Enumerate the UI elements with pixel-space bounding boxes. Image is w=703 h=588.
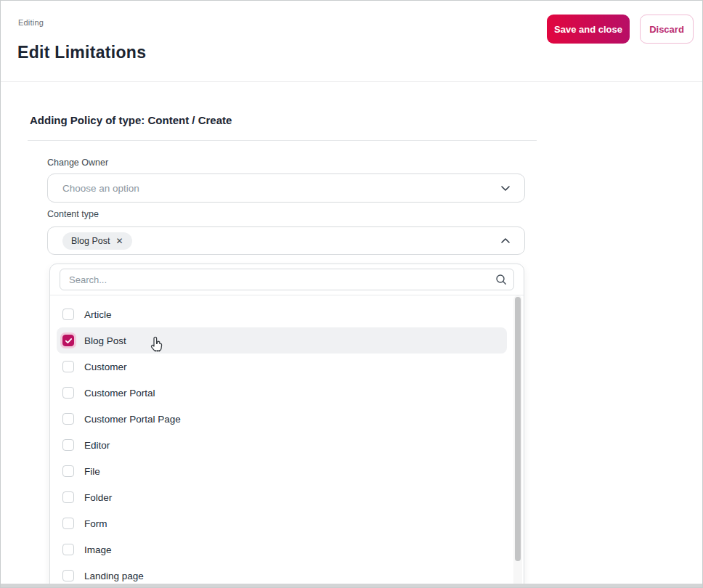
list-item[interactable]: File: [57, 458, 507, 484]
chevron-down-icon: [500, 182, 511, 194]
list-item[interactable]: Customer Portal Page: [57, 406, 507, 432]
content-type-label: Content type: [47, 209, 99, 219]
checkbox[interactable]: [62, 335, 74, 346]
content-type-select[interactable]: Blog Post ✕: [47, 226, 525, 255]
list-item-label: Blog Post: [84, 335, 126, 346]
window-bottom-edge: [1, 584, 702, 587]
checkbox[interactable]: [62, 544, 74, 555]
list-item[interactable]: Editor: [57, 432, 507, 458]
search-field-wrap: [60, 269, 514, 290]
content-type-dropdown-panel: Article Blog Post Customer Customer Port…: [49, 264, 524, 588]
list-item-label: Editor: [84, 440, 110, 451]
change-owner-placeholder: Choose an option: [62, 183, 139, 194]
checkbox[interactable]: [62, 570, 74, 581]
list-item-label: Form: [84, 518, 107, 529]
page-title: Edit Limitations: [17, 43, 146, 62]
list-item-label: File: [84, 466, 100, 477]
list-item[interactable]: Blog Post: [57, 327, 507, 354]
list-item-label: Folder: [84, 492, 112, 503]
change-owner-label: Change Owner: [47, 158, 108, 168]
checkbox[interactable]: [62, 309, 74, 320]
checkbox[interactable]: [62, 361, 74, 372]
clipped-label-fragment: r: [46, 260, 51, 263]
chip-label: Blog Post: [71, 236, 110, 246]
list-item[interactable]: Customer: [57, 354, 507, 380]
selected-chip-blog-post[interactable]: Blog Post ✕: [62, 232, 132, 250]
list-item-label: Customer Portal Page: [84, 414, 181, 425]
checkbox[interactable]: [62, 465, 74, 477]
dropdown-scrollbar[interactable]: [513, 295, 522, 588]
chip-remove-icon[interactable]: ✕: [116, 237, 123, 245]
list-item-label: Image: [84, 544, 112, 555]
content-type-option-list: Article Blog Post Customer Customer Port…: [50, 295, 524, 588]
checkbox[interactable]: [62, 413, 74, 425]
checkbox[interactable]: [62, 518, 74, 529]
checkbox[interactable]: [62, 439, 74, 451]
list-item[interactable]: Image: [57, 536, 507, 563]
section-divider: [28, 140, 537, 141]
list-item-label: Customer: [84, 362, 127, 372]
discard-button[interactable]: Discard: [640, 15, 694, 44]
list-item[interactable]: Form: [57, 510, 507, 536]
list-item-label: Customer Portal: [84, 388, 155, 399]
list-item-label: Article: [84, 309, 112, 320]
list-item[interactable]: Article: [57, 301, 507, 327]
checkbox[interactable]: [62, 491, 74, 503]
change-owner-select[interactable]: Choose an option: [47, 173, 525, 203]
section-title: Adding Policy of type: Content / Create: [30, 114, 232, 126]
scrollbar-thumb[interactable]: [515, 297, 521, 561]
page-header: Editing Edit Limitations Save and close …: [1, 1, 702, 82]
list-item[interactable]: Folder: [57, 484, 507, 510]
save-and-close-button[interactable]: Save and close: [547, 15, 630, 44]
search-icon: [495, 273, 508, 289]
chevron-up-icon: [500, 235, 511, 247]
breadcrumb: Editing: [18, 18, 44, 27]
list-item-label: Landing page: [84, 571, 144, 581]
checkbox[interactable]: [62, 387, 74, 399]
search-input[interactable]: [60, 269, 514, 290]
list-item[interactable]: Customer Portal: [57, 380, 507, 406]
